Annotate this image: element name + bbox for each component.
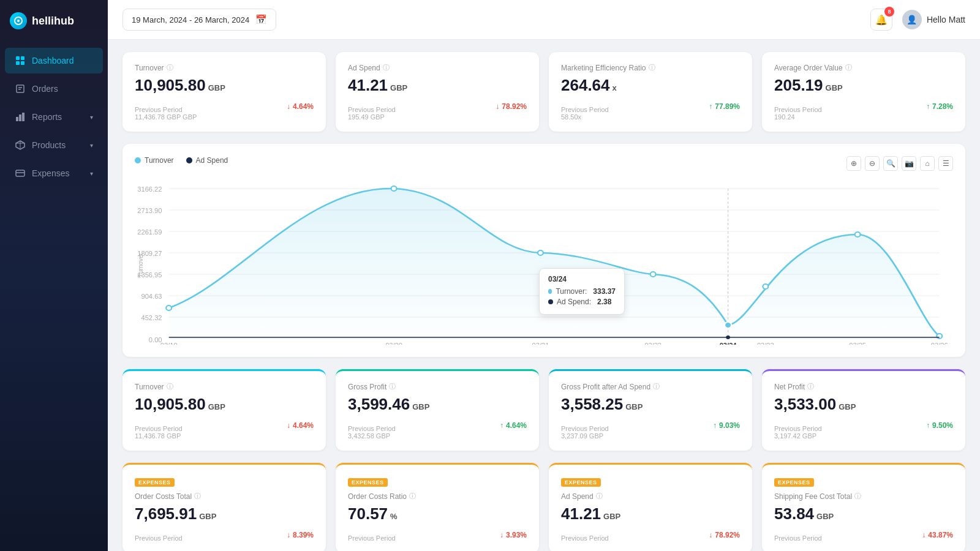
- info-icon[interactable]: ⓘ: [845, 63, 852, 72]
- expense-title: Shipping Fee Cost Total ⓘ: [774, 492, 953, 501]
- expense-badge: EXPENSES: [348, 478, 388, 487]
- date-range-picker[interactable]: 19 March, 2024 - 26 March, 2024 📅: [123, 9, 276, 31]
- main-content: 19 March, 2024 - 26 March, 2024 📅 🔔 8 👤 …: [108, 0, 980, 551]
- metric-change: ↑ 9.50%: [926, 421, 953, 430]
- metric-change: ↑ 4.64%: [500, 421, 527, 430]
- expense-title: Ad Spend ⓘ: [561, 492, 740, 501]
- user-menu[interactable]: 👤 Hello Matt: [902, 10, 965, 29]
- stat-change: ↓ 4.64%: [287, 102, 314, 111]
- stat-prev-row: Previous Period ↑ 77.89%: [561, 100, 740, 113]
- sidebar-item-label: Products: [32, 140, 66, 150]
- metric-title: Turnover ⓘ: [135, 382, 314, 391]
- svg-text:03/20: 03/20: [385, 342, 402, 345]
- expense-shipping: EXPENSES Shipping Fee Cost Total ⓘ 53.84…: [762, 463, 965, 551]
- sidebar: hellihub Dashboard Orders Reports ▾: [0, 0, 108, 551]
- orders-icon: [15, 83, 26, 94]
- logo-icon: [10, 12, 27, 29]
- expense-title: Order Costs Ratio ⓘ: [348, 492, 527, 501]
- expense-order-ratio: EXPENSES Order Costs Ratio ⓘ 70.57 % Pre…: [336, 463, 539, 551]
- expense-change: ↓ 43.87%: [922, 531, 953, 539]
- svg-text:03/21: 03/21: [532, 342, 549, 345]
- stat-value: 205.19 GBP: [774, 76, 953, 95]
- header-right: 🔔 8 👤 Hello Matt: [870, 9, 965, 31]
- expense-value: 53.84 GBP: [774, 504, 953, 523]
- header: 19 March, 2024 - 26 March, 2024 📅 🔔 8 👤 …: [108, 0, 980, 40]
- svg-text:03/25: 03/25: [849, 342, 866, 345]
- stat-prev-row: Previous Period ↑ 7.28%: [774, 100, 953, 113]
- svg-rect-15: [16, 170, 24, 176]
- sidebar-item-products[interactable]: Products ▾: [5, 132, 103, 158]
- expense-ad-spend: EXPENSES Ad Spend ⓘ 41.21 GBP Previous P…: [549, 463, 752, 551]
- svg-point-41: [855, 232, 861, 237]
- info-icon[interactable]: ⓘ: [649, 63, 655, 72]
- svg-text:2713.90: 2713.90: [137, 208, 162, 214]
- notifications-button[interactable]: 🔔 8: [870, 9, 892, 31]
- chart-legend: Turnover Ad Spend: [135, 156, 228, 165]
- chart-svg: 0.00 452.32 904.63 1356.95 1809.27 2261.…: [135, 173, 953, 345]
- chart-zoom-in[interactable]: ⊕: [846, 156, 861, 171]
- info-icon[interactable]: ⓘ: [194, 492, 201, 501]
- chart-camera[interactable]: 📷: [902, 156, 916, 171]
- expense-change: ↓ 78.92%: [709, 531, 740, 539]
- expense-order-costs: EXPENSES Order Costs Total ⓘ 7,695.91 GB…: [123, 463, 326, 551]
- sidebar-item-orders[interactable]: Orders: [5, 76, 103, 102]
- info-icon[interactable]: ⓘ: [389, 382, 396, 391]
- expense-change: ↓ 3.93%: [500, 531, 527, 539]
- info-icon[interactable]: ⓘ: [409, 492, 416, 501]
- svg-text:3166.22: 3166.22: [137, 186, 162, 193]
- svg-text:Turnover: Turnover: [137, 253, 145, 277]
- sidebar-item-dashboard[interactable]: Dashboard: [5, 48, 103, 73]
- svg-text:452.32: 452.32: [141, 315, 162, 321]
- products-icon: [15, 140, 26, 151]
- info-icon[interactable]: ⓘ: [807, 382, 814, 391]
- svg-text:03/22: 03/22: [644, 342, 662, 345]
- svg-point-40: [763, 284, 768, 289]
- chart-home[interactable]: ⌂: [920, 156, 935, 171]
- expenses-icon: [15, 168, 26, 179]
- reports-icon: [15, 111, 26, 122]
- info-icon[interactable]: ⓘ: [167, 382, 173, 391]
- stat-change: ↑ 7.28%: [926, 102, 953, 111]
- sidebar-item-label: Expenses: [32, 168, 69, 178]
- legend-adspend: Ad Spend: [186, 156, 228, 165]
- info-icon[interactable]: ⓘ: [383, 63, 390, 72]
- expenses-chevron: ▾: [90, 170, 93, 177]
- metric-value: 3,558.25 GBP: [561, 395, 740, 414]
- svg-point-38: [650, 272, 656, 277]
- chart-search[interactable]: 🔍: [883, 156, 898, 171]
- legend-adspend-dot: [186, 157, 192, 163]
- metric-gross-profit: Gross Profit ⓘ 3,599.46 GBP Previous Per…: [336, 369, 539, 451]
- calendar-icon: 📅: [255, 14, 267, 25]
- metric-turnover: Turnover ⓘ 10,905.80 GBP Previous Period…: [123, 369, 326, 451]
- svg-text:03/19: 03/19: [160, 342, 178, 345]
- expense-badge: EXPENSES: [774, 478, 814, 487]
- user-avatar: 👤: [902, 10, 922, 29]
- legend-turnover-dot: [135, 157, 141, 163]
- stat-prev-row: Previous Period ↓ 4.64%: [135, 100, 314, 113]
- chart-zoom-out[interactable]: ⊖: [865, 156, 880, 171]
- svg-rect-6: [17, 85, 24, 92]
- stat-card-mer: Marketing Efficiency Ratio ⓘ 264.64 x Pr…: [549, 52, 752, 132]
- stat-value: 41.21 GBP: [348, 76, 527, 95]
- info-icon[interactable]: ⓘ: [596, 492, 603, 501]
- sidebar-item-expenses[interactable]: Expenses ▾: [5, 160, 103, 186]
- info-icon[interactable]: ⓘ: [167, 63, 173, 72]
- svg-point-36: [391, 186, 397, 191]
- app-logo: hellihub: [0, 0, 108, 42]
- dashboard-content: Turnover ⓘ 10,905.80 GBP Previous Period…: [108, 40, 980, 551]
- info-icon[interactable]: ⓘ: [653, 382, 660, 391]
- expense-change: ↓ 8.39%: [287, 531, 314, 539]
- svg-rect-3: [21, 56, 24, 60]
- metric-change: ↓ 4.64%: [287, 421, 314, 430]
- svg-point-1: [17, 20, 20, 22]
- svg-text:03/23: 03/23: [757, 342, 774, 345]
- chart-area: 0.00 452.32 904.63 1356.95 1809.27 2261.…: [135, 173, 953, 345]
- metric-gross-profit-ad: Gross Profit after Ad Spend ⓘ 3,558.25 G…: [549, 369, 752, 451]
- top-stats-row: Turnover ⓘ 10,905.80 GBP Previous Period…: [123, 52, 965, 132]
- sidebar-item-reports[interactable]: Reports ▾: [5, 104, 103, 130]
- date-range-text: 19 March, 2024 - 26 March, 2024: [132, 15, 249, 24]
- metric-change: ↑ 9.03%: [713, 421, 740, 430]
- chart-menu[interactable]: ☰: [938, 156, 953, 171]
- info-icon[interactable]: ⓘ: [854, 492, 861, 501]
- sidebar-item-label: Dashboard: [32, 56, 74, 66]
